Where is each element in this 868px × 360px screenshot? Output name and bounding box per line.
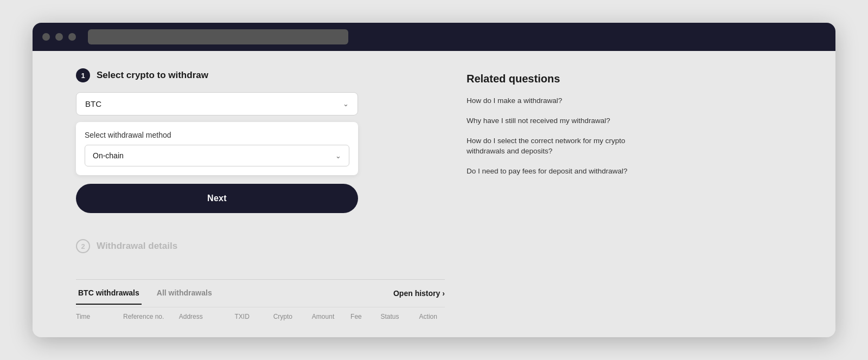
next-button[interactable]: Next bbox=[76, 184, 358, 213]
th-address: Address bbox=[179, 313, 231, 320]
related-questions-title: Related questions bbox=[467, 73, 651, 85]
th-fee: Fee bbox=[350, 313, 376, 320]
th-action: Action bbox=[419, 313, 445, 320]
traffic-light-green[interactable] bbox=[68, 33, 76, 41]
crypto-chevron-icon: ⌄ bbox=[343, 100, 349, 108]
th-txid: TXID bbox=[235, 313, 269, 320]
withdrawal-method-card: Select withdrawal method On-chain ⌄ bbox=[76, 122, 358, 175]
address-bar[interactable] bbox=[88, 29, 348, 44]
related-question-2[interactable]: Why have I still not received my withdra… bbox=[467, 116, 651, 126]
step2-header: 2 Withdrawal details bbox=[76, 239, 445, 253]
crypto-select-wrapper: BTC ⌄ bbox=[76, 92, 358, 115]
browser-content: 1 Select crypto to withdraw BTC ⌄ Select… bbox=[33, 51, 835, 337]
open-history-link[interactable]: Open history › bbox=[393, 289, 445, 298]
browser-titlebar bbox=[33, 23, 835, 51]
main-panel: 1 Select crypto to withdraw BTC ⌄ Select… bbox=[76, 68, 445, 326]
table-header: Time Reference no. Address TXID Crypto A… bbox=[76, 307, 445, 324]
history-section: BTC withdrawals All withdrawals Open his… bbox=[76, 279, 445, 324]
step1-header: 1 Select crypto to withdraw bbox=[76, 68, 445, 82]
crypto-select[interactable]: BTC ⌄ bbox=[76, 92, 358, 115]
tab-all-withdrawals[interactable]: All withdrawals bbox=[155, 282, 214, 305]
related-question-4[interactable]: Do I need to pay fees for deposit and wi… bbox=[467, 166, 651, 177]
step1-title: Select crypto to withdraw bbox=[97, 70, 208, 81]
related-question-3[interactable]: How do I select the correct network for … bbox=[467, 136, 651, 157]
related-question-1[interactable]: How do I make a withdrawal? bbox=[467, 96, 651, 106]
withdrawal-method-label: Select withdrawal method bbox=[85, 131, 349, 139]
th-crypto: Crypto bbox=[273, 313, 308, 320]
tabs-row: BTC withdrawals All withdrawals Open his… bbox=[76, 282, 445, 305]
th-time: Time bbox=[76, 313, 119, 320]
method-chevron-icon: ⌄ bbox=[335, 152, 341, 160]
traffic-light-red[interactable] bbox=[42, 33, 50, 41]
th-amount: Amount bbox=[312, 313, 346, 320]
crypto-select-value: BTC bbox=[85, 99, 101, 108]
open-history-chevron-icon: › bbox=[442, 289, 445, 298]
tabs: BTC withdrawals All withdrawals bbox=[76, 282, 227, 305]
open-history-label: Open history bbox=[393, 289, 440, 298]
step2-number: 2 bbox=[76, 239, 90, 253]
step1-section: 1 Select crypto to withdraw BTC ⌄ Select… bbox=[76, 68, 445, 228]
tab-btc-withdrawals[interactable]: BTC withdrawals bbox=[76, 282, 142, 305]
traffic-light-yellow[interactable] bbox=[55, 33, 63, 41]
browser-window: 1 Select crypto to withdraw BTC ⌄ Select… bbox=[33, 23, 835, 337]
right-panel: Related questions How do I make a withdr… bbox=[467, 68, 651, 326]
th-reference: Reference no. bbox=[123, 313, 175, 320]
method-select[interactable]: On-chain ⌄ bbox=[85, 145, 349, 166]
method-select-value: On-chain bbox=[93, 151, 124, 160]
th-status: Status bbox=[380, 313, 414, 320]
step2-title: Withdrawal details bbox=[97, 241, 177, 252]
step1-number: 1 bbox=[76, 68, 90, 82]
